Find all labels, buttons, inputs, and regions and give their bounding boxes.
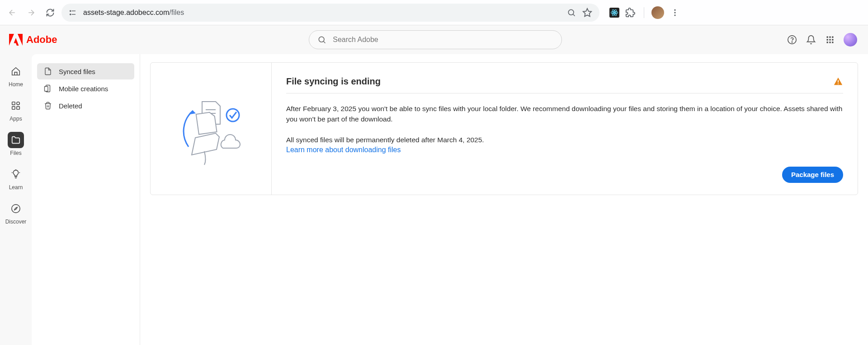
rail-item-apps[interactable]: Apps — [8, 98, 24, 122]
file-icon — [43, 67, 52, 75]
apps-icon — [11, 101, 21, 111]
adobe-brand-text: Adobe — [26, 34, 57, 46]
zoom-icon[interactable] — [567, 8, 576, 17]
help-icon — [787, 35, 797, 45]
svg-rect-29 — [12, 107, 15, 109]
banner-paragraph-2: All synced files will be permanently del… — [286, 135, 843, 145]
sidebar-item-label: Mobile creations — [59, 85, 108, 93]
banner-title: File syncing is ending — [286, 76, 381, 87]
svg-rect-21 — [827, 39, 828, 40]
trash-icon — [43, 102, 52, 110]
rail-item-learn[interactable]: Learn — [8, 166, 24, 191]
user-avatar[interactable] — [844, 33, 857, 47]
warning-icon — [833, 77, 843, 87]
browser-extensions-area — [603, 6, 681, 19]
url-text: assets-stage.adobecc.com/files — [83, 9, 561, 17]
vertical-dots-icon — [670, 8, 679, 17]
browser-toolbar: assets-stage.adobecc.com/files — [0, 0, 868, 25]
rail-item-label: Learn — [9, 184, 23, 191]
notifications-button[interactable] — [806, 34, 816, 45]
svg-rect-22 — [829, 39, 830, 40]
rail-item-label: Discover — [5, 219, 27, 225]
react-devtools-extension-icon[interactable] — [609, 8, 619, 18]
sidebar-item-label: Synced files — [59, 68, 95, 75]
svg-rect-37 — [45, 87, 48, 92]
svg-marker-6 — [583, 8, 591, 16]
url-path: /files — [169, 9, 184, 16]
browser-reload-button[interactable] — [42, 5, 58, 20]
svg-rect-20 — [832, 37, 833, 38]
svg-point-14 — [319, 37, 325, 42]
help-button[interactable] — [787, 34, 797, 45]
sidebar-item-label: Deleted — [59, 102, 82, 110]
svg-rect-43 — [838, 83, 839, 84]
apps-grid-icon — [826, 35, 835, 44]
reload-icon — [46, 8, 55, 17]
svg-line-5 — [573, 14, 575, 16]
svg-point-13 — [674, 14, 675, 16]
toolbar-divider — [644, 7, 644, 18]
banner-paragraph-1: After February 3, 2025 you won't be able… — [286, 103, 843, 125]
file-sync-illustration-icon — [170, 88, 252, 169]
sidebar-item-mobile-creations[interactable]: Mobile creations — [37, 80, 134, 97]
arrow-left-icon — [8, 8, 17, 17]
svg-rect-30 — [17, 107, 19, 109]
svg-rect-26 — [832, 42, 833, 43]
rail-item-files[interactable]: Files — [8, 132, 24, 156]
rail-item-discover[interactable]: Discover — [5, 200, 27, 225]
rail-item-home[interactable]: Home — [8, 63, 24, 88]
mobile-icon — [43, 84, 52, 93]
svg-marker-35 — [14, 207, 17, 210]
svg-point-2 — [70, 14, 71, 14]
address-bar[interactable]: assets-stage.adobecc.com/files — [61, 4, 599, 22]
sidebar-item-synced-files[interactable]: Synced files — [37, 63, 134, 79]
browser-back-button[interactable] — [5, 5, 20, 20]
app-body: Home Apps Files Learn Discover — [0, 54, 868, 345]
rail-item-label: Files — [10, 150, 21, 156]
svg-point-7 — [614, 12, 615, 13]
adobe-brand-link[interactable]: Adobe — [9, 34, 57, 46]
svg-rect-25 — [829, 42, 830, 43]
arrow-right-icon — [27, 8, 36, 17]
search-input[interactable] — [333, 36, 553, 44]
svg-rect-27 — [12, 102, 15, 105]
lightbulb-icon — [11, 169, 21, 179]
rail-item-label: Apps — [9, 116, 22, 122]
banner-illustration — [151, 63, 272, 195]
svg-point-17 — [792, 42, 792, 42]
site-settings-icon[interactable] — [69, 9, 77, 17]
left-rail-nav: Home Apps Files Learn Discover — [0, 54, 32, 345]
bell-icon — [806, 35, 816, 45]
svg-point-0 — [70, 10, 71, 11]
browser-forward-button[interactable] — [24, 5, 39, 20]
compass-icon — [11, 204, 21, 214]
svg-rect-42 — [838, 80, 839, 83]
svg-line-15 — [324, 42, 326, 43]
extensions-puzzle-icon[interactable] — [624, 6, 637, 19]
banner-content: File syncing is ending After February 3,… — [272, 63, 858, 195]
package-files-button[interactable]: Package files — [782, 167, 843, 183]
adobe-search-field[interactable] — [309, 30, 562, 49]
learn-more-link[interactable]: Learn more about downloading files — [286, 146, 843, 154]
adobe-logo-icon — [9, 34, 23, 46]
svg-point-11 — [674, 9, 675, 10]
sync-ending-banner: File syncing is ending After February 3,… — [150, 62, 858, 195]
svg-rect-19 — [829, 37, 830, 38]
svg-point-12 — [674, 12, 675, 13]
bookmark-star-icon[interactable] — [582, 8, 592, 18]
app-switcher-button[interactable] — [825, 34, 835, 45]
svg-point-34 — [12, 205, 20, 213]
app-header: Adobe — [0, 25, 868, 54]
main-content: File syncing is ending After February 3,… — [140, 54, 868, 345]
svg-rect-24 — [827, 42, 828, 43]
browser-menu-button[interactable] — [669, 6, 681, 19]
sidebar-item-deleted[interactable]: Deleted — [37, 98, 134, 114]
browser-profile-avatar[interactable] — [651, 6, 664, 19]
svg-point-41 — [226, 109, 239, 121]
svg-rect-18 — [827, 37, 828, 38]
svg-point-4 — [568, 9, 574, 15]
search-icon — [317, 35, 326, 44]
svg-rect-23 — [832, 39, 833, 40]
url-host: assets-stage.adobecc.com — [83, 9, 169, 16]
home-icon — [11, 66, 21, 76]
